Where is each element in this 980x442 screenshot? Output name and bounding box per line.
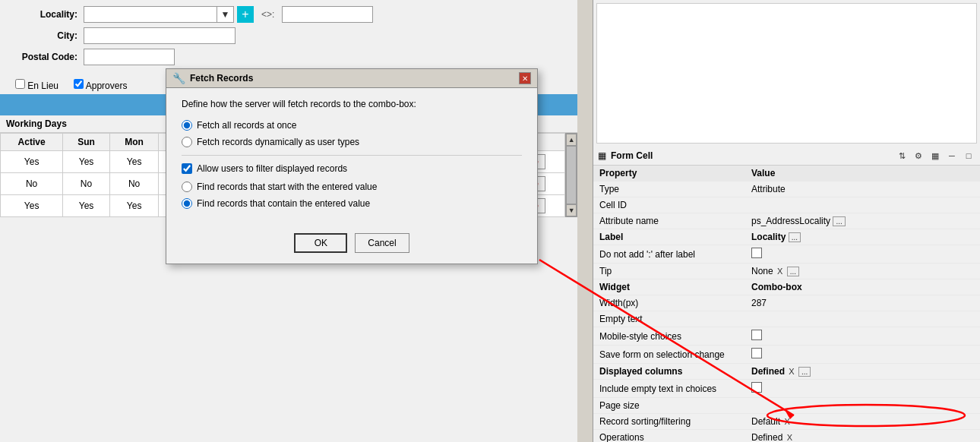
prop-x-btn[interactable]: X xyxy=(786,433,794,442)
restore-icon[interactable]: □ xyxy=(962,149,975,163)
prop-value: None X ... xyxy=(745,264,980,279)
prop-value: 287 xyxy=(745,295,980,311)
postal-input[interactable] xyxy=(84,49,175,65)
table-cell: Yes xyxy=(63,151,110,173)
prop-row: LabelLocality ... xyxy=(593,229,980,245)
dialog-description: Define how the server will fetch records… xyxy=(182,99,522,109)
prop-checkbox[interactable] xyxy=(751,330,762,340)
ok-button[interactable]: OK xyxy=(294,233,347,253)
prop-value-text: Default xyxy=(751,416,780,427)
scroll-up-btn[interactable]: ▲ xyxy=(566,134,577,146)
grid-icon[interactable]: ▦ xyxy=(928,149,942,163)
table-cell: No xyxy=(63,173,110,195)
find-contain-radio[interactable] xyxy=(182,198,192,209)
locality-input-wrap: ▼ xyxy=(84,6,234,23)
prop-row: PropertyValue xyxy=(593,166,980,182)
prop-checkbox[interactable] xyxy=(751,382,762,393)
col-active: Active xyxy=(1,134,63,151)
prop-row: TypeAttribute xyxy=(593,182,980,197)
locality-row: Locality: ▼ + <>: xyxy=(15,6,562,23)
table-cell: Yes xyxy=(109,151,159,173)
prop-x-btn[interactable]: X xyxy=(782,417,791,426)
fetch-records-dialog[interactable]: 🔧 Fetch Records ✕ Define how the server … xyxy=(166,68,538,264)
prop-ellipsis-btn[interactable]: ... xyxy=(833,216,845,226)
find-option-2: Find records that contain the entered va… xyxy=(182,198,522,209)
sort-icon[interactable]: ⇅ xyxy=(895,149,909,163)
cancel-button[interactable]: Cancel xyxy=(355,233,409,253)
prop-value-text: Defined xyxy=(751,366,785,377)
fetch-all-label[interactable]: Fetch all records at once xyxy=(197,120,296,131)
prop-name: Property xyxy=(593,166,745,182)
prop-value-text: None xyxy=(751,266,773,276)
fetch-dynamic-radio[interactable] xyxy=(182,137,192,147)
en-lieu-checkbox-label[interactable]: En Lieu xyxy=(15,79,58,91)
prop-value-text: Value xyxy=(751,168,775,178)
city-input[interactable] xyxy=(84,27,236,44)
prop-name: Do not add ':' after label xyxy=(593,245,745,264)
locality-dropdown-btn[interactable]: ▼ xyxy=(217,6,234,23)
prop-value xyxy=(745,398,980,414)
fetch-all-radio[interactable] xyxy=(182,120,192,131)
find-option-1: Find records that start with the entered… xyxy=(182,182,522,192)
table-cell: No xyxy=(109,173,159,195)
prop-value: Combo-box xyxy=(745,279,980,295)
prop-row: TipNone X ... xyxy=(593,264,980,279)
dialog-divider xyxy=(182,155,522,156)
prop-value xyxy=(745,380,980,398)
prop-value: Locality ... xyxy=(745,229,980,245)
diamond-input[interactable] xyxy=(282,6,373,23)
allow-filter-checkbox[interactable] xyxy=(182,163,192,174)
prop-checkbox[interactable] xyxy=(751,348,762,358)
locality-input[interactable] xyxy=(84,6,217,23)
prop-row: OperationsDefined X xyxy=(593,430,980,443)
table-cell: Yes xyxy=(109,195,159,217)
find-start-radio[interactable] xyxy=(182,182,192,192)
table-cell: Yes xyxy=(63,195,110,217)
radio-option-1: Fetch all records at once xyxy=(182,120,522,131)
props-scroll-area[interactable]: PropertyValueTypeAttributeCell IDAttribu… xyxy=(593,166,980,442)
table-cell: Yes xyxy=(1,195,63,217)
locality-add-btn[interactable]: + xyxy=(237,6,254,23)
right-panel: ▦ Form Cell ⇅ ⚙ ▦ ─ □ PropertyValueTypeA… xyxy=(593,0,980,442)
prop-name: Record sorting/filtering xyxy=(593,414,745,430)
filter-icon[interactable]: ⚙ xyxy=(912,149,925,163)
prop-name: Operations xyxy=(593,430,745,443)
en-lieu-checkbox[interactable] xyxy=(15,79,25,89)
table-cell: No xyxy=(1,173,63,195)
prop-name: Type xyxy=(593,182,745,197)
dialog-title-text: Fetch Records xyxy=(190,73,514,84)
prop-row: Page size xyxy=(593,398,980,414)
prop-name: Include empty text in choices xyxy=(593,380,745,398)
prop-value xyxy=(745,245,980,264)
prop-value xyxy=(745,197,980,213)
prop-value: Default X xyxy=(745,414,980,430)
prop-row: Record sorting/filteringDefault X xyxy=(593,414,980,430)
dialog-close-btn[interactable]: ✕ xyxy=(519,72,531,84)
fetch-dynamic-label[interactable]: Fetch records dynamically as user types xyxy=(197,137,359,147)
allow-filter-label[interactable]: Allow users to filter displayed records xyxy=(197,163,347,174)
prop-value-text: Attribute xyxy=(751,184,786,194)
minimize-icon[interactable]: ─ xyxy=(945,149,959,163)
prop-row: Save form on selection change xyxy=(593,346,980,364)
prop-name: Empty text xyxy=(593,311,745,327)
prop-ellipsis-btn[interactable]: ... xyxy=(789,232,801,242)
prop-checkbox[interactable] xyxy=(751,248,762,258)
prop-row: Empty text xyxy=(593,311,980,327)
vertical-scrollbar[interactable]: ▲ ▼ xyxy=(565,133,577,217)
prop-ellipsis-btn[interactable]: ... xyxy=(798,367,811,377)
approvers-checkbox-label[interactable]: Approvers xyxy=(74,79,127,91)
prop-ellipsis-btn[interactable]: ... xyxy=(787,267,799,276)
scroll-thumb[interactable] xyxy=(566,146,577,204)
approvers-checkbox[interactable] xyxy=(74,79,84,89)
scroll-down-btn[interactable]: ▼ xyxy=(566,204,577,216)
find-contain-label[interactable]: Find records that contain the entered va… xyxy=(197,198,370,209)
prop-name: Label xyxy=(593,229,745,245)
prop-row: Width(px)287 xyxy=(593,295,980,311)
prop-x-btn[interactable]: X xyxy=(776,267,784,276)
prop-x-btn[interactable]: X xyxy=(787,367,795,376)
diamond-symbol: <>: xyxy=(261,9,274,20)
postal-label: Postal Code: xyxy=(15,52,84,62)
find-start-label[interactable]: Find records that start with the entered… xyxy=(197,182,377,192)
prop-name: Displayed columns xyxy=(593,364,745,380)
postal-row: Postal Code: xyxy=(15,49,562,65)
